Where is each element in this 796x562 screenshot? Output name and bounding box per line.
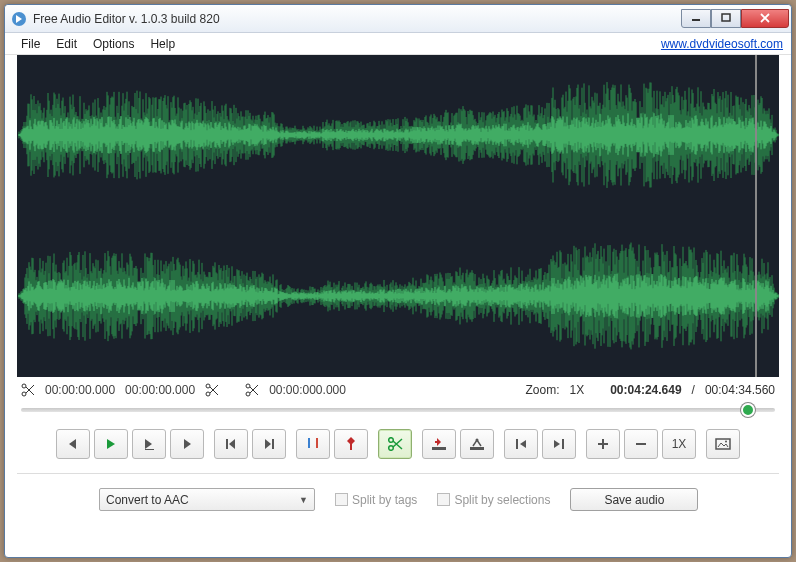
- skip-end-button[interactable]: [252, 429, 286, 459]
- time-separator: /: [692, 383, 695, 397]
- menu-help[interactable]: Help: [142, 35, 183, 53]
- next-frame-button[interactable]: [170, 429, 204, 459]
- play-selection-button[interactable]: [132, 429, 166, 459]
- split-tags-checkbox[interactable]: Split by tags: [335, 493, 417, 507]
- maximize-button[interactable]: [711, 9, 741, 28]
- svg-rect-12: [308, 438, 310, 448]
- set-marker-button[interactable]: [334, 429, 368, 459]
- playhead-marker[interactable]: [755, 55, 757, 377]
- svg-rect-23: [716, 439, 730, 449]
- dropdown-arrow-icon: ▼: [299, 495, 308, 505]
- scissors-icon: [205, 383, 219, 397]
- window-controls: [681, 10, 789, 28]
- svg-rect-14: [350, 444, 352, 450]
- zoom-value: 1X: [570, 383, 585, 397]
- waveform-display[interactable]: [17, 55, 779, 377]
- format-combo[interactable]: Convert to AAC ▼: [99, 488, 315, 511]
- split-selections-label: Split by selections: [454, 493, 550, 507]
- content-area: 00:00:00.000 00:00:00.000 00:00:000.000 …: [5, 55, 791, 557]
- svg-point-8: [246, 384, 250, 388]
- save-audio-button[interactable]: Save audio: [570, 488, 698, 511]
- svg-rect-21: [516, 439, 518, 449]
- scissors-icon: [21, 383, 35, 397]
- title-bar[interactable]: Free Audio Editor v. 1.0.3 build 820: [5, 5, 791, 33]
- svg-rect-2: [722, 14, 730, 21]
- zoom-reset-button[interactable]: 1X: [662, 429, 696, 459]
- svg-point-3: [22, 392, 26, 396]
- close-button[interactable]: [741, 9, 789, 28]
- svg-point-6: [206, 384, 210, 388]
- app-icon: [11, 11, 27, 27]
- slider-track: [21, 408, 775, 412]
- bottom-bar: Convert to AAC ▼ Split by tags Split by …: [17, 474, 779, 511]
- svg-rect-13: [316, 438, 318, 448]
- split-tags-label: Split by tags: [352, 493, 417, 507]
- svg-point-16: [389, 438, 394, 443]
- split-selections-checkbox[interactable]: Split by selections: [437, 493, 550, 507]
- slider-thumb[interactable]: [741, 403, 755, 417]
- select-start-button[interactable]: [504, 429, 538, 459]
- zoom-label: Zoom:: [525, 383, 559, 397]
- svg-rect-19: [470, 447, 484, 450]
- window-title: Free Audio Editor v. 1.0.3 build 820: [33, 12, 681, 26]
- skip-start-button[interactable]: [214, 429, 248, 459]
- checkbox-icon: [437, 493, 450, 506]
- play-button[interactable]: [94, 429, 128, 459]
- position-slider[interactable]: [21, 401, 775, 419]
- svg-rect-10: [226, 439, 228, 449]
- checkbox-icon: [335, 493, 348, 506]
- zoom-out-button[interactable]: [624, 429, 658, 459]
- svg-rect-22: [562, 439, 564, 449]
- set-markers-button[interactable]: [296, 429, 330, 459]
- selection-start: 00:00:00.000: [45, 383, 115, 397]
- select-end-button[interactable]: [542, 429, 576, 459]
- svg-point-24: [725, 441, 727, 443]
- total-duration: 00:04:34.560: [705, 383, 775, 397]
- cut-button[interactable]: [378, 429, 412, 459]
- cut-time: 00:00:000.000: [269, 383, 346, 397]
- prev-frame-button[interactable]: [56, 429, 90, 459]
- svg-point-20: [476, 439, 479, 442]
- svg-point-5: [206, 392, 210, 396]
- snapshot-button[interactable]: [706, 429, 740, 459]
- app-window: Free Audio Editor v. 1.0.3 build 820 Fil…: [4, 4, 792, 558]
- svg-rect-1: [692, 19, 700, 21]
- svg-point-15: [389, 446, 394, 451]
- trim-left-button[interactable]: [422, 429, 456, 459]
- menu-file[interactable]: File: [13, 35, 48, 53]
- svg-point-4: [22, 384, 26, 388]
- zoom-in-button[interactable]: [586, 429, 620, 459]
- svg-rect-9: [145, 449, 154, 450]
- svg-point-7: [246, 392, 250, 396]
- menu-bar: File Edit Options Help www.dvdvideosoft.…: [5, 33, 791, 55]
- trim-button[interactable]: [460, 429, 494, 459]
- minimize-button[interactable]: [681, 9, 711, 28]
- svg-rect-17: [432, 447, 446, 450]
- toolbar: 1X: [17, 427, 779, 474]
- svg-rect-11: [272, 439, 274, 449]
- menu-edit[interactable]: Edit: [48, 35, 85, 53]
- playback-position: 00:04:24.649: [610, 383, 681, 397]
- scissors-icon: [245, 383, 259, 397]
- svg-rect-18: [435, 441, 437, 443]
- info-row: 00:00:00.000 00:00:00.000 00:00:000.000 …: [17, 377, 779, 401]
- website-link[interactable]: www.dvdvideosoft.com: [661, 37, 783, 51]
- menu-options[interactable]: Options: [85, 35, 142, 53]
- format-label: Convert to AAC: [106, 493, 189, 507]
- selection-end: 00:00:00.000: [125, 383, 195, 397]
